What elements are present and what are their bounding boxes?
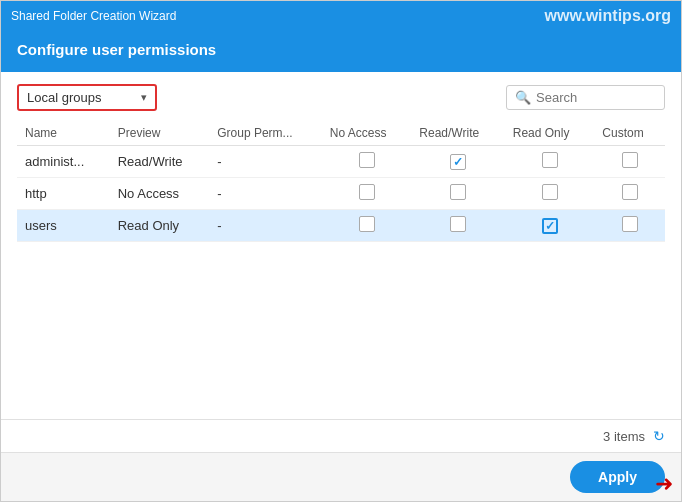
checkbox-custom[interactable] xyxy=(622,184,638,200)
footer-bar: 3 items ↻ xyxy=(1,419,681,452)
search-box: 🔍 xyxy=(506,85,665,110)
checkbox-read-only[interactable] xyxy=(542,152,558,168)
cell-preview[interactable]: Read/Write xyxy=(110,146,210,178)
checkbox-custom[interactable] xyxy=(622,216,638,232)
search-input[interactable] xyxy=(536,90,656,105)
toolbar: Local groups ▾ 🔍 xyxy=(17,84,665,111)
col-custom: Custom xyxy=(594,121,665,146)
col-read-write: Read/Write xyxy=(411,121,504,146)
window-title: Shared Folder Creation Wizard xyxy=(11,9,176,23)
cell-preview[interactable]: No Access xyxy=(110,178,210,210)
cell-no-access xyxy=(322,178,412,210)
cell-preview[interactable]: Read Only xyxy=(110,210,210,242)
cell-group-perm: - xyxy=(209,146,322,178)
cell-read-write xyxy=(411,146,504,178)
cell-no-access xyxy=(322,146,412,178)
cell-custom xyxy=(594,146,665,178)
col-name: Name xyxy=(17,121,110,146)
table-row: administ...Read/Write- xyxy=(17,146,665,178)
checkbox-no-access[interactable] xyxy=(359,184,375,200)
cell-group-perm: - xyxy=(209,210,322,242)
page-title: Configure user permissions xyxy=(17,41,665,58)
table-row: httpNo Access- xyxy=(17,178,665,210)
refresh-icon[interactable]: ↻ xyxy=(653,428,665,444)
bottom-bar: Apply ➜ xyxy=(1,452,681,501)
col-preview: Preview xyxy=(110,121,210,146)
items-count: 3 items xyxy=(603,429,645,444)
watermark: www.wintips.org xyxy=(544,7,671,25)
search-icon: 🔍 xyxy=(515,90,531,105)
cell-name: administ... xyxy=(17,146,110,178)
col-group-perm: Group Perm... xyxy=(209,121,322,146)
checkbox-read-write[interactable] xyxy=(450,184,466,200)
content-area: Local groups ▾ 🔍 Name Preview Group Perm… xyxy=(1,72,681,419)
cell-custom xyxy=(594,178,665,210)
table-header-row: Name Preview Group Perm... No Access Rea… xyxy=(17,121,665,146)
permissions-table: Name Preview Group Perm... No Access Rea… xyxy=(17,121,665,242)
cell-read-only xyxy=(505,146,595,178)
cell-read-write xyxy=(411,178,504,210)
chevron-down-icon: ▾ xyxy=(141,91,147,104)
checkbox-read-only[interactable] xyxy=(542,218,558,234)
checkbox-no-access[interactable] xyxy=(359,216,375,232)
cell-custom xyxy=(594,210,665,242)
cell-read-only xyxy=(505,178,595,210)
cell-read-write xyxy=(411,210,504,242)
header: Configure user permissions xyxy=(1,31,681,72)
col-no-access: No Access xyxy=(322,121,412,146)
col-read-only: Read Only xyxy=(505,121,595,146)
main-window: Shared Folder Creation Wizard www.wintip… xyxy=(0,0,682,502)
title-bar: Shared Folder Creation Wizard www.wintip… xyxy=(1,1,681,31)
apply-button[interactable]: Apply xyxy=(570,461,665,493)
cell-group-perm: - xyxy=(209,178,322,210)
local-groups-dropdown[interactable]: Local groups ▾ xyxy=(17,84,157,111)
checkbox-read-only[interactable] xyxy=(542,184,558,200)
checkbox-no-access[interactable] xyxy=(359,152,375,168)
cell-name: users xyxy=(17,210,110,242)
checkbox-read-write[interactable] xyxy=(450,216,466,232)
checkbox-read-write[interactable] xyxy=(450,154,466,170)
dropdown-label: Local groups xyxy=(27,90,133,105)
checkbox-custom[interactable] xyxy=(622,152,638,168)
cell-read-only xyxy=(505,210,595,242)
cell-no-access xyxy=(322,210,412,242)
arrow-indicator-icon: ➜ xyxy=(655,471,673,497)
table-row: usersRead Only- xyxy=(17,210,665,242)
cell-name: http xyxy=(17,178,110,210)
